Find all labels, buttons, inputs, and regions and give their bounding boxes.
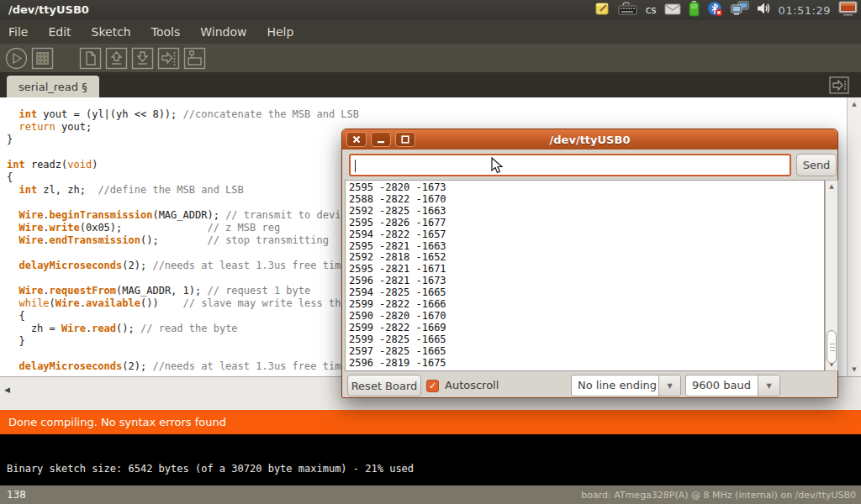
- clock[interactable]: 01:51:29: [779, 4, 831, 17]
- serial-row: 2594 -2822 -1657: [349, 229, 824, 241]
- serial-row: 2597 -2825 -1665: [349, 346, 824, 358]
- serial-monitor-button[interactable]: [183, 47, 206, 70]
- baud-rate-value: 9600 baud: [686, 375, 758, 396]
- menubar: FileEditSketchToolsWindowHelp: [0, 20, 861, 44]
- autoscroll-checkbox[interactable]: ✓: [426, 380, 439, 392]
- open-button[interactable]: [105, 47, 128, 70]
- keyboard-layout-indicator[interactable]: cs: [646, 4, 657, 16]
- serial-row: 2595 -2820 -1673: [349, 182, 824, 194]
- line-number-indicator: 138: [7, 489, 26, 501]
- chevron-down-icon[interactable]: ▼: [758, 375, 779, 396]
- minimize-icon[interactable]: [371, 132, 391, 147]
- serial-row: 2594 -2825 -1665: [349, 287, 824, 299]
- send-button-label: Send: [803, 159, 831, 171]
- editor-vertical-scrollbar[interactable]: ▲ ▼: [847, 97, 861, 376]
- serial-row: 2599 -2825 -1665: [349, 334, 824, 346]
- serial-row: 2596 -2821 -1673: [349, 276, 824, 287]
- panel-window-title: /dev/ttyUSB0: [8, 3, 89, 16]
- serial-window-titlebar[interactable]: /dev/ttyUSB0: [342, 129, 837, 150]
- mail-icon[interactable]: [664, 3, 681, 18]
- upload-button[interactable]: [157, 47, 180, 70]
- save-button[interactable]: [131, 47, 154, 70]
- tab-bar: serial_read §: [0, 72, 861, 97]
- serial-row: 2595 -2821 -1663: [349, 241, 824, 253]
- new-sketch-button[interactable]: [79, 47, 102, 70]
- baud-rate-dropdown[interactable]: 9600 baud ▼: [685, 375, 780, 396]
- chevron-down-icon[interactable]: ▼: [658, 375, 680, 396]
- serial-controls-row: Reset Board ✓ Autoscroll No line ending …: [342, 375, 837, 399]
- tab-label: serial_read §: [18, 81, 87, 93]
- code-lines: int yout = (yl|(yh << 8)); //concatenate…: [7, 108, 359, 373]
- tab-serial-read[interactable]: serial_read §: [7, 76, 99, 97]
- serial-row: 2599 -2822 -1666: [349, 299, 824, 311]
- maximize-icon[interactable]: [395, 132, 415, 147]
- serial-input-field[interactable]: [349, 154, 791, 176]
- scroll-up-icon[interactable]: ▲: [826, 183, 837, 190]
- console-output: Binary sketch size: 6542 bytes (of a 307…: [0, 434, 861, 485]
- send-button[interactable]: Send: [796, 154, 837, 176]
- scrollbar-thumb[interactable]: [827, 330, 837, 364]
- bluetooth-off-icon[interactable]: [707, 1, 723, 20]
- network-icon[interactable]: [731, 1, 749, 19]
- serial-row: 2595 -2826 -1677: [349, 218, 824, 229]
- scroll-up-icon[interactable]: ▲: [848, 101, 861, 108]
- volume-icon[interactable]: [757, 2, 771, 18]
- serial-monitor-window: /dev/ttyUSB0 Send 2595 -2820 -16732588 -…: [341, 129, 838, 398]
- menu-window[interactable]: Window: [200, 25, 246, 39]
- toolbar: [0, 44, 861, 72]
- close-icon[interactable]: [346, 132, 367, 147]
- serial-output[interactable]: 2595 -2820 -16732588 -2822 -16702592 -28…: [345, 180, 825, 371]
- menu-edit[interactable]: Edit: [48, 25, 71, 39]
- serial-scrollbar[interactable]: ▲ ▼: [825, 180, 838, 371]
- board-info: board: ATmega328P(A) @ 8 MHz (internal) …: [581, 490, 856, 501]
- menu-sketch[interactable]: Sketch: [92, 25, 131, 39]
- console-text: Binary sketch size: 6542 bytes (of a 307…: [7, 463, 414, 475]
- serial-row: 2595 -2821 -1671: [349, 264, 824, 276]
- compile-status-bar: Done compiling. No syntax errors found: [0, 410, 861, 434]
- serial-window-title: /dev/ttyUSB0: [342, 134, 837, 146]
- scroll-down-icon[interactable]: ▼: [848, 366, 861, 373]
- serial-row: 2590 -2820 -1670: [349, 311, 824, 323]
- menu-file[interactable]: File: [8, 25, 28, 39]
- verify-button[interactable]: [5, 47, 28, 70]
- battery-icon[interactable]: [689, 1, 700, 20]
- status-message: Done compiling. No syntax errors found: [8, 416, 226, 428]
- serial-row: 2588 -2822 -1670: [349, 194, 824, 206]
- scroll-left-icon[interactable]: ◀: [4, 386, 10, 394]
- serial-row: 2592 -2818 -1652: [349, 252, 824, 264]
- line-ending-value: No line ending: [572, 375, 658, 396]
- menu-tools[interactable]: Tools: [151, 25, 181, 39]
- autoscroll-label: Autoscroll: [445, 379, 499, 391]
- serial-row: 2596 -2819 -1675: [349, 358, 824, 370]
- reset-board-label: Reset Board: [351, 380, 418, 392]
- top-panel: /dev/ttyUSB0 cs 01:51:29: [0, 0, 861, 20]
- mouse-cursor: [491, 157, 504, 178]
- tab-menu-icon[interactable]: [829, 76, 849, 94]
- stop-button[interactable]: [31, 47, 54, 70]
- system-tray: cs 01:51:29: [595, 0, 858, 20]
- note-icon[interactable]: [595, 1, 610, 19]
- serial-row: 2599 -2822 -1669: [349, 323, 824, 334]
- display-icon[interactable]: [838, 1, 858, 19]
- text-caret: [355, 160, 356, 172]
- reset-board-button[interactable]: Reset Board: [347, 375, 421, 396]
- menu-help[interactable]: Help: [267, 25, 293, 39]
- serial-row: 2592 -2825 -1663: [349, 206, 824, 218]
- footer-status-bar: 138 board: ATmega328P(A) @ 8 MHz (intern…: [0, 485, 861, 504]
- keyboard-icon[interactable]: [618, 2, 638, 18]
- serial-window-body: Send 2595 -2820 -16732588 -2822 -1670259…: [342, 150, 837, 399]
- line-ending-dropdown[interactable]: No line ending ▼: [571, 375, 681, 396]
